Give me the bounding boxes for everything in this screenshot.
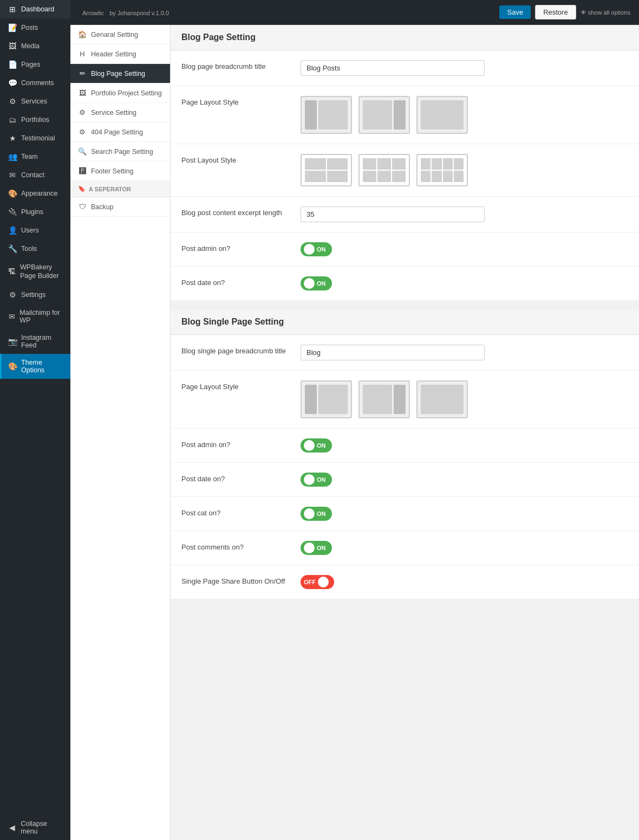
toggle-label: ON [317, 511, 326, 517]
sub-sidebar-item-footer[interactable]: 🅿 Footer Setting [70, 161, 170, 181]
single-post-admin-control: ON [301, 438, 628, 453]
single-layout-card-right-sidebar[interactable] [358, 380, 410, 418]
single-share-button-control: OFF [301, 575, 628, 589]
single-post-date-row: Post date on? ON [171, 463, 639, 497]
excerpt-control [301, 206, 628, 222]
layout-card-no-sidebar[interactable] [416, 96, 468, 134]
layout-card-left-sidebar[interactable] [301, 96, 352, 134]
post-layout-card-3col[interactable] [358, 154, 410, 186]
sidebar-item-label: Settings [21, 291, 45, 299]
sidebar-item-wpbakery[interactable]: 🏗 WPBakery Page Builder [0, 258, 70, 286]
sub-sidebar: 🏠 Genaral Setting H Header Setting ✏ Blo… [70, 25, 171, 840]
sub-sidebar-label: Footer Setting [91, 167, 134, 175]
show-all-options-link[interactable]: 👁 show all options [581, 9, 630, 16]
toggle-circle [304, 244, 315, 255]
single-page-layout-row: Page Layout Style [171, 371, 639, 429]
sidebar-item-label: Testimonial [21, 134, 55, 142]
save-button[interactable]: Save [499, 5, 531, 19]
single-layout-card-no-sidebar[interactable] [416, 380, 468, 418]
post-admin-control: ON [301, 242, 628, 256]
header-icon: H [78, 50, 87, 58]
sidebar-item-settings[interactable]: ⚙ Settings [0, 286, 70, 304]
collapse-icon: ◀ [8, 823, 16, 832]
bookmark-icon: 🔖 [78, 185, 86, 192]
sidebar-item-instagram[interactable]: 📷 Instagram Feed [0, 329, 70, 354]
sidebar-item-label: Posts [21, 24, 38, 31]
single-post-admin-toggle[interactable]: ON [301, 438, 332, 453]
sub-sidebar-item-backup[interactable]: 🛡 Backup [70, 197, 170, 217]
blog-page-section-header: Blog Page Setting [171, 25, 639, 50]
sidebar-item-tools[interactable]: 🔧 Tools [0, 240, 70, 258]
breadcrumb-input[interactable] [301, 60, 485, 76]
sidebar-item-label: Tools [21, 245, 37, 253]
section-gap [171, 301, 639, 309]
sidebar-item-dashboard[interactable]: ⊞ Dashboard [0, 0, 70, 18]
excerpt-input[interactable] [301, 206, 485, 222]
settings-icon: ⚙ [8, 290, 17, 299]
post-layout-card-4col[interactable] [416, 154, 468, 186]
sidebar-item-media[interactable]: 🖼 Media [0, 37, 70, 55]
post-layout-setting-row: Post Layout Style [171, 144, 639, 197]
post-date-toggle[interactable]: ON [301, 276, 332, 290]
toggle-label: ON [317, 246, 326, 253]
sidebar-item-services[interactable]: ⚙ Services [0, 92, 70, 111]
sub-sidebar-label: Backup [91, 203, 114, 211]
single-post-comments-control: ON [301, 541, 628, 555]
layout-card-right-sidebar[interactable] [358, 96, 410, 134]
sub-sidebar-item-header[interactable]: H Header Setting [70, 44, 170, 64]
sidebar-item-pages[interactable]: 📄 Pages [0, 55, 70, 74]
inner-layout: 🏠 Genaral Setting H Header Setting ✏ Blo… [70, 25, 639, 840]
single-post-comments-toggle[interactable]: ON [301, 541, 332, 555]
sidebar-item-mailchimp[interactable]: ✉ Mailchimp for WP [0, 304, 70, 329]
sidebar-item-theme-options[interactable]: 🎨 Theme Options [0, 354, 70, 379]
toggle-circle [304, 440, 315, 451]
sidebar-item-users[interactable]: 👤 Users [0, 221, 70, 240]
sub-sidebar-item-404[interactable]: ⚙ 404 Page Setting [70, 122, 170, 142]
sub-sidebar-item-general[interactable]: 🏠 Genaral Setting [70, 25, 170, 44]
sidebar-item-appearance[interactable]: 🎨 Appearance [0, 184, 70, 203]
sidebar-item-comments[interactable]: 💬 Comments [0, 74, 70, 92]
single-post-date-label: Post date on? [181, 473, 290, 483]
single-post-cat-toggle[interactable]: ON [301, 507, 332, 521]
sidebar-item-testimonial[interactable]: ★ Testimonial [0, 129, 70, 147]
media-icon: 🖼 [8, 42, 17, 50]
sidebar-item-plugins[interactable]: 🔌 Plugins [0, 203, 70, 221]
single-layout-card-left-sidebar[interactable] [301, 380, 352, 418]
breadcrumb-label: Blog page breadcrumb title [181, 60, 290, 70]
post-admin-label: Post admin on? [181, 242, 290, 253]
sub-sidebar-label: Search Page Setting [91, 148, 153, 156]
blog-page-icon: ✏ [78, 69, 87, 77]
toggle-label: ON [317, 280, 326, 287]
sidebar-item-label: Mailchimp for WP [19, 309, 64, 324]
post-admin-setting-row: Post admin on? ON [171, 232, 639, 267]
sub-sidebar-item-search[interactable]: 🔍 Search Page Setting [70, 142, 170, 161]
single-post-date-toggle[interactable]: ON [301, 473, 332, 487]
toggle-label: ON [317, 442, 326, 449]
sidebar-item-label: Services [21, 98, 47, 105]
sub-sidebar-item-portfolio[interactable]: 🖼 Portfolio Project Setting [70, 83, 170, 103]
excerpt-label: Blog post content excerpt length [181, 206, 290, 217]
wpbakery-icon: 🏗 [8, 267, 16, 276]
single-breadcrumb-input[interactable] [301, 345, 485, 360]
post-admin-toggle[interactable]: ON [301, 242, 332, 256]
restore-button[interactable]: Restore [535, 5, 576, 20]
contact-icon: ✉ [8, 171, 17, 179]
sidebar-item-team[interactable]: 👥 Team [0, 147, 70, 166]
sidebar-item-label: Instagram Feed [21, 334, 64, 349]
excerpt-setting-row: Blog post content excerpt length [171, 197, 639, 232]
sidebar-item-label: Media [21, 42, 40, 50]
sidebar-item-collapse[interactable]: ◀ Collapse menu [0, 815, 70, 840]
posts-icon: 📝 [8, 23, 17, 32]
single-post-cat-row: Post cat on? ON [171, 497, 639, 531]
footer-icon: 🅿 [78, 167, 87, 175]
breadcrumb-setting-row: Blog page breadcrumb title [171, 50, 639, 86]
sub-sidebar-separator: 🔖 A SEPERATOR [70, 181, 170, 197]
sidebar-item-posts[interactable]: 📝 Posts [0, 18, 70, 37]
sub-sidebar-item-service[interactable]: ⚙ Service Setting [70, 103, 170, 122]
post-layout-card-2col[interactable] [301, 154, 352, 186]
sub-sidebar-item-blog-page[interactable]: ✏ Blog Page Setting [70, 64, 170, 83]
sidebar-item-portfolios[interactable]: 🗂 Portfolios [0, 111, 70, 129]
main-sidebar: ⊞ Dashboard 📝 Posts 🖼 Media 📄 Pages 💬 Co… [0, 0, 70, 840]
sidebar-item-contact[interactable]: ✉ Contact [0, 166, 70, 184]
single-share-button-toggle[interactable]: OFF [301, 575, 334, 589]
